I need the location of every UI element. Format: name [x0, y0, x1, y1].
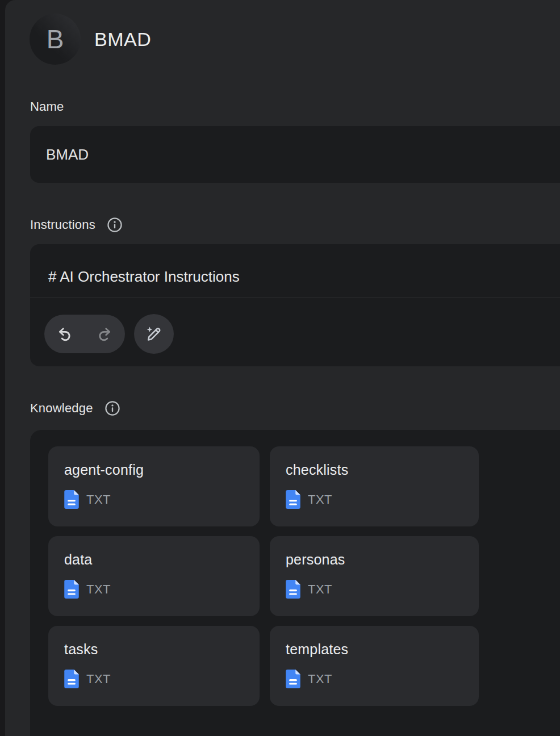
- knowledge-label: Knowledge: [30, 401, 93, 416]
- knowledge-container: agent-config TXT checklists TXT data: [30, 430, 560, 736]
- redo-button[interactable]: [85, 315, 125, 353]
- file-name: tasks: [64, 641, 260, 658]
- instructions-label: Instructions: [30, 218, 95, 232]
- file-type-badge: TXT: [86, 582, 111, 597]
- file-meta: TXT: [64, 490, 260, 509]
- info-icon[interactable]: [105, 400, 120, 416]
- gem-avatar: B: [30, 14, 81, 65]
- instructions-editor[interactable]: # AI Orchestrator Instructions: [30, 244, 560, 366]
- file-name: personas: [286, 551, 479, 568]
- undo-redo-group: [44, 315, 125, 353]
- file-name: templates: [286, 641, 479, 658]
- instructions-label-row: Instructions: [30, 217, 123, 233]
- file-meta: TXT: [286, 490, 479, 509]
- file-meta: TXT: [64, 670, 260, 688]
- editor-divider: [30, 297, 560, 298]
- file-type-badge: TXT: [308, 492, 332, 507]
- knowledge-file-card[interactable]: data TXT: [48, 536, 260, 616]
- knowledge-label-row: Knowledge: [30, 400, 120, 416]
- magic-pen-icon: [145, 325, 163, 343]
- knowledge-file-card[interactable]: agent-config TXT: [48, 446, 260, 526]
- avatar-letter: B: [47, 24, 64, 55]
- file-name: data: [64, 551, 260, 568]
- file-type-badge: TXT: [86, 672, 111, 687]
- file-type-badge: TXT: [308, 672, 332, 687]
- file-meta: TXT: [286, 670, 479, 688]
- text-document-icon: [286, 670, 300, 688]
- name-label: Name: [30, 99, 64, 114]
- name-label-row: Name: [30, 99, 64, 114]
- knowledge-file-card[interactable]: tasks TXT: [48, 626, 260, 706]
- instructions-text[interactable]: # AI Orchestrator Instructions: [48, 268, 240, 286]
- rewrite-with-ai-button[interactable]: [134, 314, 174, 354]
- page-title: BMAD: [94, 28, 151, 51]
- text-document-icon: [286, 580, 300, 599]
- file-name: checklists: [286, 462, 479, 478]
- knowledge-grid: agent-config TXT checklists TXT data: [48, 446, 560, 706]
- instructions-toolbar: [44, 314, 174, 354]
- undo-arrow-icon: [56, 326, 73, 342]
- name-input[interactable]: [30, 126, 560, 183]
- knowledge-file-card[interactable]: templates TXT: [270, 626, 479, 706]
- gem-header: B BMAD: [30, 14, 151, 65]
- undo-button[interactable]: [44, 315, 85, 353]
- gem-editor-panel: B BMAD Name Instructions # AI Orchestrat…: [5, 0, 560, 736]
- info-icon[interactable]: [107, 217, 123, 233]
- text-document-icon: [64, 490, 79, 509]
- redo-arrow-icon: [97, 326, 113, 342]
- text-document-icon: [286, 490, 300, 509]
- text-document-icon: [64, 670, 79, 688]
- file-type-badge: TXT: [86, 492, 111, 507]
- text-document-icon: [64, 580, 79, 599]
- knowledge-file-card[interactable]: personas TXT: [270, 536, 479, 616]
- knowledge-file-card[interactable]: checklists TXT: [270, 446, 479, 526]
- file-meta: TXT: [286, 580, 479, 599]
- file-name: agent-config: [64, 462, 260, 478]
- file-meta: TXT: [64, 580, 260, 599]
- file-type-badge: TXT: [308, 582, 332, 597]
